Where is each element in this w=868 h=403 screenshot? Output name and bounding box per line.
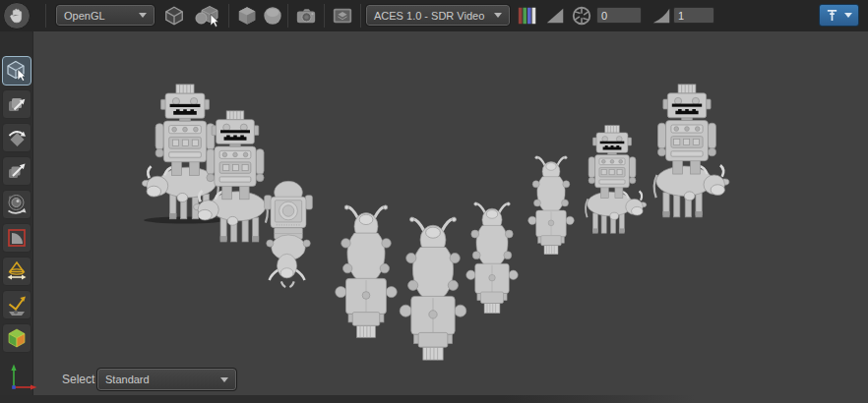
robot-cow-model-front xyxy=(654,85,729,217)
wireframe-cube-button[interactable] xyxy=(161,3,187,29)
select-objects-button[interactable] xyxy=(191,3,224,29)
gamma-triangle-icon xyxy=(651,5,672,27)
shaded-sphere-icon xyxy=(262,5,283,27)
display-filter-icon xyxy=(331,5,354,27)
pin-palette-button[interactable] xyxy=(819,4,859,27)
exposure-button[interactable] xyxy=(542,3,568,29)
marquee-select-icon xyxy=(6,227,28,249)
exposure-value-field[interactable] xyxy=(596,7,642,24)
shaded-cube-icon xyxy=(236,5,258,27)
display-properties-tool[interactable] xyxy=(2,323,31,353)
camera-button[interactable] xyxy=(293,3,319,29)
robot-cow-model-top xyxy=(336,205,398,337)
toolbar-divider xyxy=(287,4,288,28)
pin-icon xyxy=(826,9,838,23)
move-light-tool[interactable] xyxy=(2,290,31,319)
renderer-select-value: OpenGL xyxy=(64,10,105,22)
bottom-edge-strip xyxy=(0,395,868,403)
rgb-channels-button[interactable] xyxy=(515,3,540,29)
shader-select[interactable]: Standard xyxy=(97,369,236,390)
gamma-value-field[interactable] xyxy=(673,7,714,24)
shader-select-value: Standard xyxy=(105,374,150,385)
top-toolbar: OpenGL xyxy=(0,0,868,31)
colorspace-select[interactable]: ACES 1.0 - SDR Video xyxy=(366,5,510,26)
transform-object-icon xyxy=(6,160,28,182)
move-light-icon xyxy=(5,293,29,317)
display-filter-button[interactable] xyxy=(330,3,355,29)
shaded-sphere-button[interactable] xyxy=(260,3,285,29)
exposure-triangle-icon xyxy=(544,5,566,27)
robot-cow-model-top xyxy=(528,156,575,255)
display-properties-icon xyxy=(6,327,28,349)
marquee-select-tool[interactable] xyxy=(2,223,31,253)
pan-tool-button[interactable] xyxy=(3,2,31,29)
move-object-tool[interactable] xyxy=(2,89,31,119)
robot-cow-model-mid xyxy=(265,181,313,287)
world-axis-gizmo xyxy=(6,358,45,395)
mari-canvas-window: OpenGL xyxy=(0,0,868,403)
model-layer xyxy=(143,85,729,360)
select-objects-icon xyxy=(193,4,222,28)
chevron-down-icon xyxy=(844,13,852,18)
toolbar-divider xyxy=(228,4,229,28)
toolbar-divider xyxy=(360,4,361,28)
colorspace-select-value: ACES 1.0 - SDR Video xyxy=(374,10,484,22)
chevron-down-icon xyxy=(494,13,502,18)
renderer-select[interactable]: OpenGL xyxy=(56,5,155,26)
camera-icon xyxy=(294,5,318,27)
gamma-button[interactable] xyxy=(649,3,674,29)
move-object-icon xyxy=(6,93,28,115)
rotate-light-icon xyxy=(5,259,29,283)
orbit-camera-tool[interactable] xyxy=(2,190,31,219)
rgb-channels-icon xyxy=(517,5,538,27)
select-object-icon xyxy=(5,59,29,83)
robot-cow-model-top xyxy=(466,202,518,314)
rotate-object-icon xyxy=(6,127,28,148)
transform-object-tool[interactable] xyxy=(2,156,31,186)
shader-select-label: Select xyxy=(62,373,94,386)
toolbar-divider xyxy=(45,4,46,28)
aperture-button[interactable] xyxy=(569,3,594,29)
select-object-tool[interactable] xyxy=(2,56,31,86)
pan-hand-icon xyxy=(8,7,26,25)
rotate-light-tool[interactable] xyxy=(2,257,31,286)
aperture-icon xyxy=(571,5,592,27)
chevron-down-icon xyxy=(139,13,147,18)
shaded-cube-button[interactable] xyxy=(234,3,260,29)
rotate-object-tool[interactable] xyxy=(2,123,31,152)
robot-cow-model-front xyxy=(586,126,647,233)
orbit-camera-icon xyxy=(5,193,29,216)
robot-cow-model-top xyxy=(400,217,466,360)
viewport-canvas[interactable] xyxy=(33,31,868,403)
viewport-scene xyxy=(33,31,868,403)
toolbar-divider xyxy=(324,4,325,28)
tools-sidebar xyxy=(0,31,33,403)
chevron-down-icon xyxy=(220,377,228,382)
wireframe-cube-icon xyxy=(163,5,185,27)
